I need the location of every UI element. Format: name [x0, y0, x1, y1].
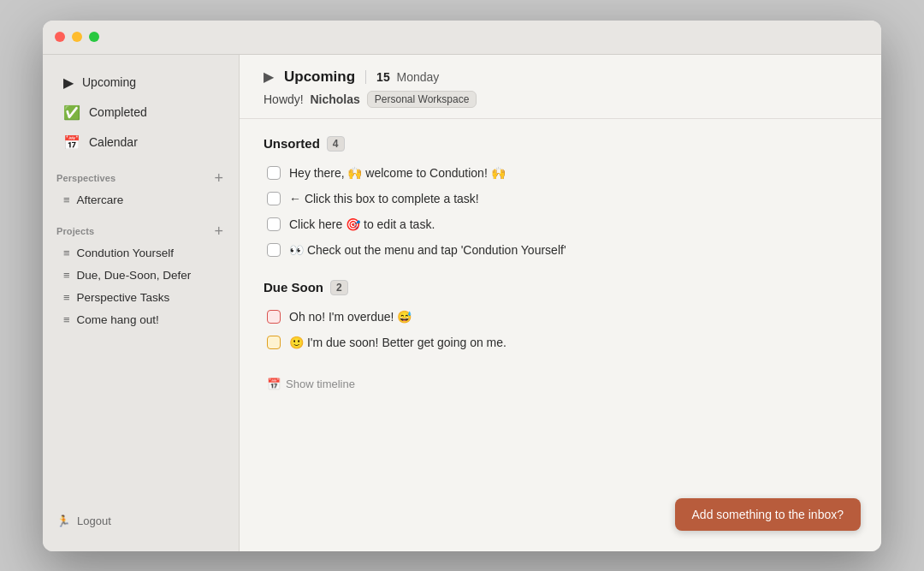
sidebar-nav: ▶ Upcoming ✅ Completed 📅 Calendar	[43, 68, 239, 158]
main-header: ▶ Upcoming 15 Monday Howdy! Nicholas Per…	[240, 55, 881, 119]
table-row: Click here 🎯 to edit a task.	[264, 211, 857, 237]
sidebar-item-label-completed: Completed	[89, 105, 147, 119]
task-checkbox-5[interactable]	[267, 310, 281, 324]
task-checkbox-3[interactable]	[267, 217, 281, 231]
sidebar-item-label-calendar: Calendar	[89, 135, 138, 149]
timeline-label: Show timeline	[286, 378, 355, 390]
sidebar-item-calendar[interactable]: 📅 Calendar	[53, 128, 228, 157]
header-upcoming-icon: ▶	[264, 68, 274, 85]
due-due-soon-label: Due, Due-Soon, Defer	[77, 269, 192, 282]
sidebar-item-come-hang-out[interactable]: ≡ Come hang out!	[46, 309, 235, 330]
task-checkbox-2[interactable]	[267, 192, 281, 205]
condution-yourself-label: Condution Yourself	[77, 247, 174, 259]
header-divider	[365, 70, 366, 84]
show-timeline-button[interactable]: 📅 Show timeline	[264, 372, 857, 396]
app-content: ▶ Upcoming ✅ Completed 📅 Calendar Perspe…	[43, 55, 881, 551]
sidebar-item-condution-yourself[interactable]: ≡ Condution Yourself	[46, 242, 235, 264]
app-window: ▶ Upcoming ✅ Completed 📅 Calendar Perspe…	[43, 21, 881, 551]
table-row: 👀 Check out the menu and tap 'Condution …	[264, 237, 857, 263]
task-text-1: Hey there, 🙌 welcome to Condution! 🙌	[289, 166, 506, 180]
table-row: Hey there, 🙌 welcome to Condution! 🙌	[264, 160, 857, 186]
task-text-6: 🙂 I'm due soon! Better get going on me.	[289, 336, 506, 349]
timeline-icon: 📅	[267, 378, 281, 390]
task-checkbox-1[interactable]	[267, 166, 281, 180]
main-panel: ▶ Upcoming 15 Monday Howdy! Nicholas Per…	[240, 55, 881, 551]
due-soon-task-list: Oh no! I'm overdue! 😅 🙂 I'm due soon! Be…	[264, 304, 857, 355]
task-checkbox-6[interactable]	[267, 336, 281, 349]
sidebar-item-upcoming[interactable]: ▶ Upcoming	[53, 68, 228, 97]
due-soon-section-header: Due Soon 2	[264, 280, 857, 295]
add-inbox-button[interactable]: Add something to the inbox?	[675, 498, 861, 531]
sidebar-item-label-upcoming: Upcoming	[82, 75, 136, 89]
table-row: Oh no! I'm overdue! 😅	[264, 304, 857, 330]
perspective-tasks-label: Perspective Tasks	[77, 291, 170, 304]
come-hang-out-icon: ≡	[63, 313, 70, 326]
add-inbox-label: Add something to the inbox?	[692, 508, 844, 521]
aftercare-icon: ≡	[63, 193, 70, 206]
task-text-4: 👀 Check out the menu and tap 'Condution …	[289, 243, 566, 257]
logout-button[interactable]: 🏃 Logout	[56, 514, 111, 527]
due-due-soon-icon: ≡	[63, 269, 70, 282]
maximize-button[interactable]	[89, 32, 99, 42]
perspective-tasks-icon: ≡	[63, 291, 70, 304]
day-name: Monday	[396, 70, 439, 84]
calendar-icon: 📅	[63, 134, 80, 151]
add-perspective-button[interactable]: +	[212, 170, 225, 186]
close-button[interactable]	[55, 32, 65, 42]
greeting-text: Howdy! Nicholas	[264, 92, 360, 106]
main-content: Unsorted 4 Hey there, 🙌 welcome to Condu…	[240, 119, 881, 551]
day-number: 15	[376, 70, 390, 84]
minimize-button[interactable]	[72, 32, 82, 42]
perspectives-header: Perspectives +	[43, 158, 239, 189]
task-text-2: ← Click this box to complete a task!	[289, 192, 479, 205]
condution-yourself-icon: ≡	[63, 247, 70, 259]
sidebar-item-aftercare[interactable]: ≡ Aftercare	[46, 189, 235, 211]
sidebar-item-completed[interactable]: ✅ Completed	[53, 98, 228, 127]
aftercare-label: Aftercare	[77, 193, 124, 206]
completed-icon: ✅	[63, 104, 80, 121]
projects-label: Projects	[56, 226, 94, 236]
title-bar	[43, 21, 881, 55]
header-date: 15 Monday	[376, 70, 439, 84]
task-text-5: Oh no! I'm overdue! 😅	[289, 310, 412, 324]
unsorted-label: Unsorted	[264, 136, 320, 151]
task-checkbox-4[interactable]	[267, 243, 281, 257]
unsorted-section-header: Unsorted 4	[264, 136, 857, 152]
user-name: Nicholas	[310, 92, 359, 106]
sidebar-footer: 🏃 Logout	[43, 504, 239, 538]
add-project-button[interactable]: +	[212, 223, 225, 239]
workspace-badge: Personal Workspace	[367, 91, 477, 108]
due-soon-count: 2	[330, 280, 348, 295]
table-row: ← Click this box to complete a task!	[264, 186, 857, 211]
header-subtitle: Howdy! Nicholas Personal Workspace	[264, 91, 857, 108]
logout-label: Logout	[77, 514, 111, 527]
sidebar-item-due-due-soon-defer[interactable]: ≡ Due, Due-Soon, Defer	[46, 265, 235, 286]
perspectives-label: Perspectives	[56, 173, 116, 183]
header-title: Upcoming	[284, 68, 355, 86]
upcoming-icon: ▶	[63, 74, 74, 91]
sidebar-item-perspective-tasks[interactable]: ≡ Perspective Tasks	[46, 287, 235, 308]
projects-header: Projects +	[43, 211, 239, 242]
come-hang-out-label: Come hang out!	[77, 313, 159, 326]
unsorted-task-list: Hey there, 🙌 welcome to Condution! 🙌 ← C…	[264, 160, 857, 263]
unsorted-count: 4	[327, 136, 345, 152]
task-text-3: Click here 🎯 to edit a task.	[289, 217, 435, 231]
sidebar: ▶ Upcoming ✅ Completed 📅 Calendar Perspe…	[43, 55, 240, 551]
header-top: ▶ Upcoming 15 Monday	[264, 68, 857, 86]
logout-icon: 🏃	[56, 514, 70, 527]
table-row: 🙂 I'm due soon! Better get going on me.	[264, 330, 857, 355]
due-soon-label: Due Soon	[264, 280, 323, 294]
